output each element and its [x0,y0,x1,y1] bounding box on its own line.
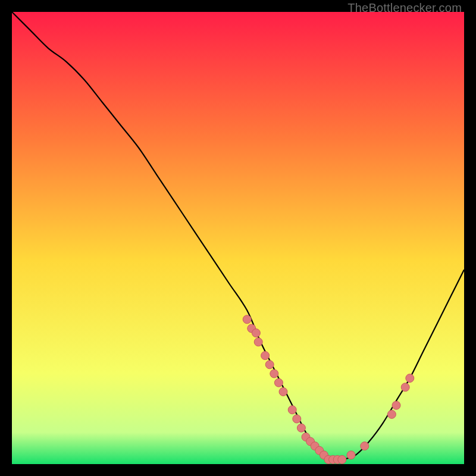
curve-marker [274,378,283,387]
curve-marker [338,455,346,464]
curve-marker [288,406,296,414]
curve-marker [243,315,251,324]
bottleneck-chart [12,12,464,464]
curve-marker [392,401,400,409]
curve-marker [254,338,262,346]
curve-marker [261,352,270,360]
curve-marker [265,361,274,369]
curve-marker [293,415,301,423]
curve-marker [387,410,396,418]
curve-marker [270,369,278,378]
curve-marker [297,424,305,432]
gradient-background [12,12,464,464]
curve-marker [347,451,355,459]
curve-marker [279,387,287,396]
chart-frame [12,12,464,464]
curve-marker [361,442,369,450]
curve-marker [406,374,414,383]
curve-marker [252,329,260,337]
curve-marker [401,383,409,392]
